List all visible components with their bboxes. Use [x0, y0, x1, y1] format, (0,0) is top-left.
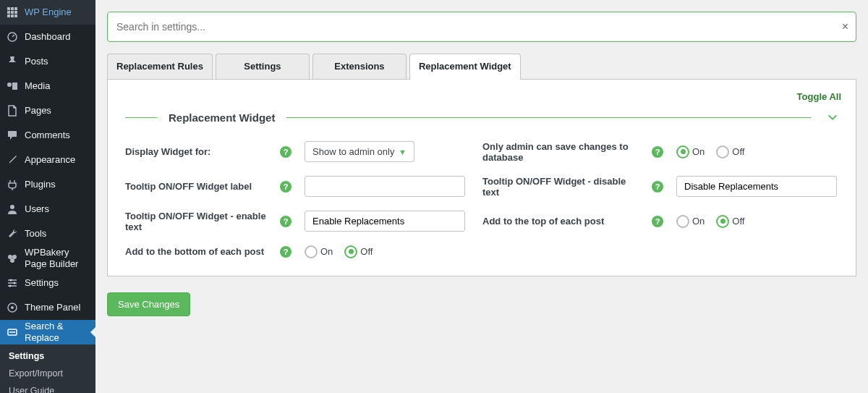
tab-extensions[interactable]: Extensions: [312, 54, 407, 80]
sidebar-item-posts[interactable]: Posts: [0, 49, 95, 74]
input-tooltip-enable-text[interactable]: [305, 211, 465, 232]
sidebar-item-label: Tools: [25, 228, 46, 240]
toggle-all-link[interactable]: Toggle All: [797, 91, 841, 102]
svg-rect-5: [14, 11, 17, 14]
sidebar-item-label: Pages: [25, 105, 51, 117]
svg-rect-6: [7, 14, 10, 17]
label-only-admin-save: Only admin can save changes to database: [482, 141, 642, 163]
sidebar-item-plugins[interactable]: Plugins: [0, 172, 95, 197]
radio-off[interactable]: Off: [716, 215, 744, 228]
svg-point-17: [9, 285, 12, 287]
theme-icon: [6, 301, 19, 314]
help-icon[interactable]: ?: [280, 216, 292, 227]
sidebar-item-label: Theme Panel: [25, 302, 80, 313]
dashboard-icon: [6, 30, 19, 43]
submenu-item-export-import[interactable]: Export/Import: [0, 365, 95, 382]
sidebar-item-label: Plugins: [25, 179, 56, 190]
sidebar-item-wpbakery[interactable]: WPBakery Page Builder: [0, 246, 95, 271]
settings-panel: Toggle All Replacement Widget Display Wi…: [107, 79, 856, 276]
radio-on[interactable]: On: [305, 245, 333, 258]
svg-point-11: [10, 205, 14, 209]
dropdown-value: Show to admin only: [312, 146, 394, 157]
sidebar-item-search-replace[interactable]: Search & Replace: [0, 320, 95, 345]
radio-off[interactable]: Off: [716, 145, 744, 159]
sidebar-item-pages[interactable]: Pages: [0, 98, 95, 123]
sidebar-item-users[interactable]: Users: [0, 197, 95, 221]
svg-point-10: [7, 83, 12, 87]
chevron-down-icon[interactable]: [827, 111, 838, 123]
input-tooltip-widget-label[interactable]: [305, 176, 465, 197]
sidebar-item-settings[interactable]: Settings: [0, 271, 95, 295]
sidebar-item-label: WP Engine: [25, 7, 72, 18]
svg-point-15: [10, 279, 12, 282]
form-grid: Display Widget for: ? Show to admin only…: [125, 141, 838, 258]
settings-tabs: Replacement Rules Settings Extensions Re…: [107, 54, 856, 80]
svg-rect-0: [7, 7, 10, 10]
sidebar-item-label: Search & Replace: [25, 321, 90, 343]
media-icon: [6, 80, 19, 93]
main-content: × Replacement Rules Settings Extensions …: [95, 0, 868, 393]
svg-rect-8: [14, 14, 17, 17]
svg-rect-1: [11, 7, 14, 10]
plug-icon: [6, 178, 19, 191]
sidebar-item-wp-engine[interactable]: WP Engine: [0, 0, 95, 25]
save-button[interactable]: Save Changes: [107, 292, 190, 316]
svg-point-13: [12, 255, 17, 259]
wpengine-icon: [6, 6, 19, 19]
svg-point-12: [8, 255, 12, 259]
svg-rect-2: [14, 7, 17, 10]
sidebar-item-appearance[interactable]: Appearance: [0, 148, 95, 172]
pin-icon: [6, 55, 19, 68]
label-tooltip-widget-label: Tooltip ON/OFF Widget label: [125, 181, 270, 192]
sidebar-item-label: WPBakery Page Builder: [25, 247, 90, 269]
svg-rect-4: [11, 11, 14, 14]
sidebar-item-label: Comments: [25, 130, 70, 141]
sidebar-item-theme-panel[interactable]: Theme Panel: [0, 295, 95, 320]
tab-replacement-widget[interactable]: Replacement Widget: [409, 54, 521, 80]
sidebar-item-label: Posts: [25, 56, 48, 67]
caret-down-icon: ▼: [399, 148, 407, 156]
help-icon[interactable]: ?: [280, 146, 292, 158]
divider-line: [286, 117, 811, 118]
help-icon[interactable]: ?: [652, 146, 663, 158]
sidebar-item-dashboard[interactable]: Dashboard: [0, 25, 95, 49]
wrench-icon: [6, 227, 19, 240]
sidebar-item-media[interactable]: Media: [0, 74, 95, 98]
svg-point-14: [10, 258, 14, 263]
sidebar-item-comments[interactable]: Comments: [0, 123, 95, 148]
search-replace-icon: [6, 326, 19, 339]
help-icon[interactable]: ?: [652, 181, 663, 193]
sidebar-item-label: Media: [25, 80, 50, 92]
user-icon: [6, 203, 19, 216]
sidebar-item-tools[interactable]: Tools: [0, 221, 95, 246]
help-icon[interactable]: ?: [652, 216, 663, 227]
radio-on[interactable]: On: [676, 145, 705, 159]
dropdown-display-widget-for[interactable]: Show to admin only ▼: [305, 141, 414, 162]
submenu-item-settings[interactable]: Settings: [0, 347, 95, 365]
section-header: Replacement Widget: [125, 111, 838, 124]
clear-icon[interactable]: ×: [842, 21, 848, 33]
radio-off[interactable]: Off: [344, 245, 373, 258]
help-icon[interactable]: ?: [280, 246, 292, 258]
tab-settings[interactable]: Settings: [216, 54, 310, 80]
settings-search-wrap: ×: [107, 12, 856, 42]
comment-icon: [6, 129, 19, 142]
input-tooltip-disable-text[interactable]: [676, 176, 837, 197]
radio-on[interactable]: On: [676, 215, 705, 228]
sidebar-item-label: Appearance: [25, 154, 75, 166]
radio-only-admin-save: On Off: [676, 145, 844, 159]
help-icon[interactable]: ?: [280, 181, 292, 193]
label-tooltip-disable-text: Tooltip ON/OFF Widget - disable text: [482, 176, 642, 198]
sidebar-submenu: Settings Export/Import User Guide Licens…: [0, 345, 95, 393]
tab-replacement-rules[interactable]: Replacement Rules: [107, 54, 213, 80]
sliders-icon: [6, 276, 19, 290]
label-add-top: Add to the top of each post: [482, 216, 642, 227]
section-title: Replacement Widget: [169, 111, 275, 124]
settings-search-input[interactable]: [108, 12, 856, 41]
svg-rect-7: [11, 14, 14, 17]
submenu-item-user-guide[interactable]: User Guide: [0, 382, 95, 393]
brush-icon: [6, 153, 19, 166]
sidebar-item-label: Settings: [25, 277, 59, 289]
sidebar-item-label: Users: [25, 203, 49, 215]
radio-add-bottom: On Off: [305, 245, 472, 258]
